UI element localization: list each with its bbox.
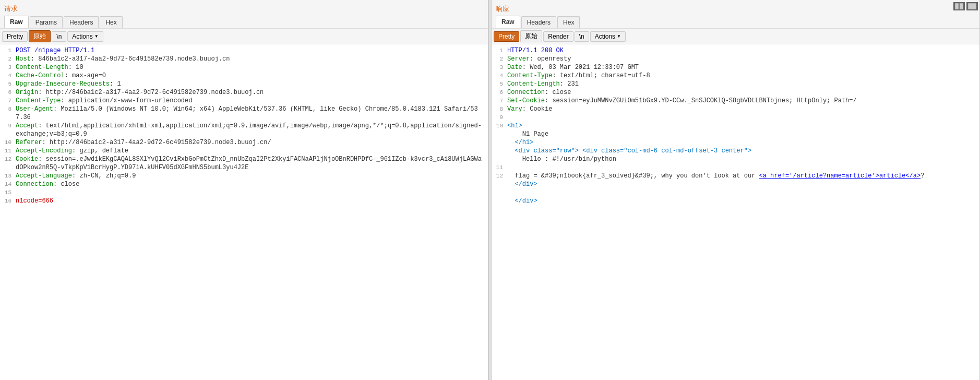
- line-content: Set-Cookie: session=eyJuMWNvZGUiOm51bGx9…: [507, 97, 979, 105]
- tab-raw-request[interactable]: Raw: [4, 16, 29, 28]
- table-row: 2Server: openresty: [492, 55, 979, 63]
- render-btn-response[interactable]: Render: [543, 31, 573, 42]
- table-row: 10Referer: http://846ba1c2-a317-4aa2-9d7…: [0, 138, 488, 147]
- article-link[interactable]: <a href='/article?name=article'>article<…: [759, 172, 921, 180]
- table-row: </div>: [492, 197, 979, 205]
- line-number: 15: [0, 188, 16, 197]
- table-row: 8User-Agent: Mozilla/5.0 (Windows NT 10.…: [0, 105, 488, 122]
- yuanshi-btn-request[interactable]: 原始: [29, 30, 51, 42]
- request-header: 请求 Raw Params Headers Hex: [0, 0, 488, 29]
- response-code-area: 1HTTP/1.1 200 OK2Server: openresty3Date:…: [492, 44, 979, 380]
- request-code-area: 1POST /n1page HTTP/1.12Host: 846ba1c2-a3…: [0, 44, 488, 380]
- request-panel: 请求 Raw Params Headers Hex Pretty 原始 \n A…: [0, 0, 488, 380]
- table-row: </h1>: [492, 138, 979, 147]
- line-number: [492, 147, 507, 155]
- line-content: Upgrade-Insecure-Requests: 1: [16, 80, 488, 88]
- line-content: Content-Type: text/html; charset=utf-8: [507, 72, 979, 80]
- table-row: 8Vary: Cookie: [492, 105, 979, 113]
- line-number: 8: [0, 105, 16, 122]
- tab-params[interactable]: Params: [30, 16, 63, 28]
- top-right-controls: [953, 2, 978, 10]
- request-toolbar: Pretty 原始 \n Actions: [0, 29, 488, 44]
- table-row: <div class="row"> <div class="col-md-6 c…: [492, 147, 979, 155]
- line-number: 12: [492, 172, 507, 180]
- tab-raw-response[interactable]: Raw: [496, 16, 520, 28]
- line-number: 4: [0, 72, 16, 80]
- line-number: 16: [0, 197, 16, 205]
- table-row: 10<h1>: [492, 122, 979, 130]
- line-number: 11: [492, 163, 507, 172]
- line-number: [492, 188, 507, 197]
- table-row: 3Date: Wed, 03 Mar 2021 12:33:07 GMT: [492, 63, 979, 72]
- line-number: 6: [0, 88, 16, 97]
- line-content: Accept-Encoding: gzip, deflate: [16, 147, 488, 155]
- line-number: 11: [0, 147, 16, 155]
- table-row: 14Connection: close: [0, 180, 488, 188]
- expand-icon[interactable]: [966, 2, 978, 10]
- table-row: 1POST /n1page HTTP/1.1: [0, 46, 488, 55]
- line-number: 5: [0, 80, 16, 88]
- table-row: 5Upgrade-Insecure-Requests: 1: [0, 80, 488, 88]
- tab-headers-request[interactable]: Headers: [64, 16, 99, 28]
- request-title: 请求: [4, 2, 484, 16]
- line-content: flag = &#39;n1book{afr_3_solved}&#39;, w…: [507, 172, 979, 180]
- line-content: Connection: close: [16, 180, 488, 188]
- pretty-btn-response[interactable]: Pretty: [494, 31, 519, 42]
- table-row: 2Host: 846ba1c2-a317-4aa2-9d72-6c491582e…: [0, 55, 488, 63]
- line-content: Content-Type: application/x-www-form-url…: [16, 97, 488, 105]
- line-content: [507, 163, 979, 172]
- n-btn-response[interactable]: \n: [575, 31, 589, 42]
- line-number: 10: [0, 138, 16, 147]
- table-row: 3Content-Length: 10: [0, 63, 488, 72]
- line-content: Referer: http://846ba1c2-a317-4aa2-9d72-…: [16, 138, 488, 147]
- pretty-btn-request[interactable]: Pretty: [2, 31, 28, 42]
- tab-headers-response[interactable]: Headers: [521, 16, 556, 28]
- yuanshi-btn-response[interactable]: 原始: [520, 30, 542, 42]
- actions-btn-response[interactable]: Actions: [590, 31, 626, 42]
- line-content: Origin: http://846ba1c2-a317-4aa2-9d72-6…: [16, 88, 488, 97]
- response-toolbar: Pretty 原始 Render \n Actions: [492, 29, 979, 44]
- line-content: Accept: text/html,application/xhtml+xml,…: [16, 122, 488, 138]
- tab-hex-request[interactable]: Hex: [100, 16, 122, 28]
- table-row: 4Content-Type: text/html; charset=utf-8: [492, 72, 979, 80]
- table-row: Hello : #!/usr/bin/python: [492, 155, 979, 163]
- table-row: 11Accept-Encoding: gzip, deflate: [0, 147, 488, 155]
- actions-btn-request[interactable]: Actions: [67, 31, 103, 42]
- line-number: 13: [0, 172, 16, 180]
- table-row: 6Connection: close: [492, 88, 979, 97]
- table-row: 12 flag = &#39;n1book{afr_3_solved}&#39;…: [492, 172, 979, 180]
- line-content: Vary: Cookie: [507, 105, 979, 113]
- line-content: Accept-Language: zh-CN, zh;q=0.9: [16, 172, 488, 180]
- line-content: [16, 188, 488, 197]
- line-content: Date: Wed, 03 Mar 2021 12:33:07 GMT: [507, 63, 979, 72]
- table-row: 5Content-Length: 231: [492, 80, 979, 88]
- line-number: 10: [492, 122, 507, 130]
- response-tab-bar: Raw Headers Hex: [496, 16, 975, 28]
- split-view-icon[interactable]: [953, 2, 965, 10]
- svg-rect-2: [968, 3, 976, 9]
- line-content: <h1>: [507, 122, 979, 130]
- line-content: HTTP/1.1 200 OK: [507, 46, 979, 55]
- line-number: 3: [0, 63, 16, 72]
- line-number: 1: [492, 46, 507, 55]
- line-content: Cookie: session=.eJwdikEKgCAQAL8SXlYvQl2…: [16, 155, 488, 172]
- request-tab-bar: Raw Params Headers Hex: [4, 16, 484, 28]
- line-number: 8: [492, 105, 507, 113]
- line-content: </div>: [507, 197, 979, 205]
- table-row: 12Cookie: session=.eJwdikEKgCAQAL8SXlYvQ…: [0, 155, 488, 172]
- line-content: [507, 113, 979, 122]
- table-row: 11: [492, 163, 979, 172]
- response-header: 响应 Raw Headers Hex: [492, 0, 979, 29]
- line-content: </h1>: [507, 138, 979, 147]
- tab-hex-response[interactable]: Hex: [557, 16, 580, 28]
- svg-rect-0: [955, 3, 959, 9]
- line-number: [492, 197, 507, 205]
- line-number: 9: [492, 113, 507, 122]
- line-number: 4: [492, 72, 507, 80]
- line-number: [492, 138, 507, 147]
- table-row: 15: [0, 188, 488, 197]
- n-btn-request[interactable]: \n: [52, 31, 66, 42]
- response-panel: 响应 Raw Headers Hex Pretty 原始 Render \n A…: [492, 0, 980, 380]
- line-content: Host: 846ba1c2-a317-4aa2-9d72-6c491582e7…: [16, 55, 488, 63]
- table-row: 16n1code=666: [0, 197, 488, 205]
